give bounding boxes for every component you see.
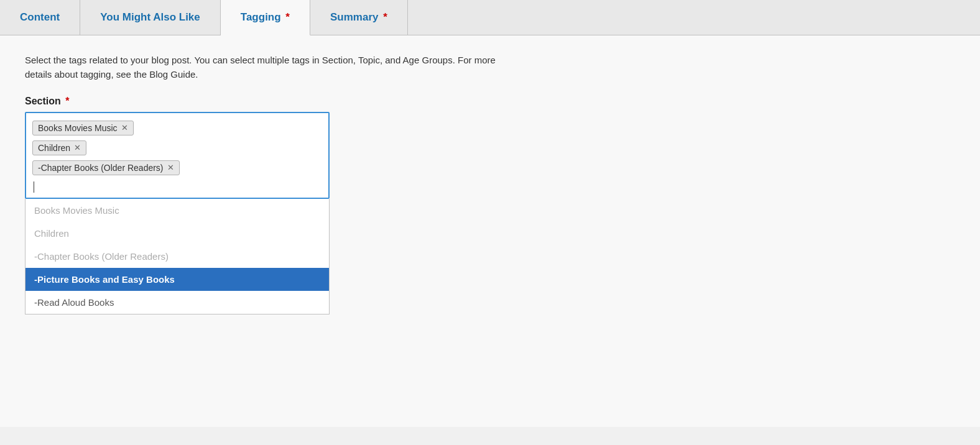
tab-summary[interactable]: Summary *: [310, 0, 408, 35]
tab-tagging[interactable]: Tagging *: [221, 0, 310, 35]
page-description: Select the tags related to your blog pos…: [25, 53, 497, 82]
text-cursor: [34, 181, 34, 193]
tag-books-movies-music[interactable]: Books Movies Music ✕: [32, 121, 134, 135]
tab-bar: Content You Might Also Like Tagging * Su…: [0, 0, 980, 35]
section-label: Section *: [25, 96, 955, 107]
tag-input-box[interactable]: Books Movies Music ✕ Children ✕ -Chapter…: [25, 112, 330, 199]
summary-required-indicator: *: [380, 11, 387, 23]
dropdown-item-picture-books[interactable]: -Picture Books and Easy Books: [25, 268, 329, 291]
tag-label: -Chapter Books (Older Readers): [38, 163, 164, 173]
tag-children[interactable]: Children ✕: [32, 140, 86, 155]
remove-tag-children[interactable]: ✕: [74, 143, 81, 152]
remove-tag-chapter-books[interactable]: ✕: [167, 163, 174, 172]
section-required-indicator: *: [63, 96, 70, 106]
dropdown-item-read-aloud[interactable]: -Read Aloud Books: [25, 291, 329, 314]
tab-you-might-also-like[interactable]: You Might Also Like: [80, 0, 221, 35]
dropdown-item-chapter-books[interactable]: -Chapter Books (Older Readers): [25, 245, 329, 268]
tag-label: Books Movies Music: [38, 123, 118, 133]
dropdown-list: Books Movies Music Children -Chapter Boo…: [25, 199, 330, 314]
main-content: Select the tags related to your blog pos…: [0, 35, 980, 427]
dropdown-item-books-movies-music[interactable]: Books Movies Music: [25, 199, 329, 222]
remove-tag-books-movies-music[interactable]: ✕: [121, 123, 128, 132]
dropdown-item-children[interactable]: Children: [25, 222, 329, 245]
section-multiselect[interactable]: Books Movies Music ✕ Children ✕ -Chapter…: [25, 112, 330, 314]
tab-content[interactable]: Content: [0, 0, 80, 35]
tagging-required-indicator: *: [283, 11, 290, 23]
tag-label: Children: [38, 143, 70, 153]
tag-chapter-books[interactable]: -Chapter Books (Older Readers) ✕: [32, 160, 180, 175]
